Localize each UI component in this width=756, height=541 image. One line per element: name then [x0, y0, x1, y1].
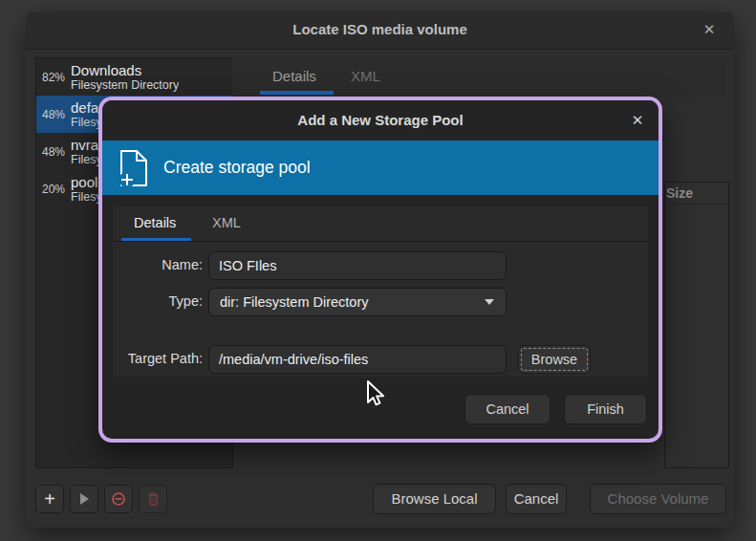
active-tab-underline: [121, 238, 191, 241]
tab-xml[interactable]: XML: [351, 68, 380, 84]
mouse-cursor: [364, 380, 387, 409]
target-path-label: Target Path:: [113, 351, 203, 366]
stop-icon: [111, 491, 126, 507]
type-label: Type:: [113, 293, 203, 309]
pool-list-item[interactable]: 82% Downloads Filesystem Directory: [36, 58, 232, 96]
plus-icon: +: [44, 487, 55, 511]
cancel-button[interactable]: Cancel: [506, 484, 567, 514]
browse-button[interactable]: Browse: [518, 345, 591, 374]
pool-detail-tabs: Details XML: [232, 57, 725, 98]
tab-xml[interactable]: XML: [212, 215, 241, 230]
tab-details[interactable]: Details: [272, 68, 316, 84]
choose-volume-button: Choose Volume: [590, 484, 726, 514]
pool-type: Filesy: [71, 190, 102, 205]
chevron-down-icon: [485, 299, 494, 305]
pool-name: pool: [71, 174, 102, 190]
trash-icon: [146, 491, 161, 507]
dialog-finish-button[interactable]: Finish: [564, 394, 647, 424]
type-dropdown-value: dir: Filesystem Directory: [220, 294, 485, 310]
pool-type: Filesy: [71, 116, 102, 130]
tab-details[interactable]: Details: [134, 215, 176, 230]
name-label: Name:: [113, 257, 203, 272]
browse-local-button[interactable]: Browse Local: [373, 484, 496, 514]
volume-column-size[interactable]: Size: [665, 183, 728, 205]
pool-usage-percent: 48%: [36, 145, 71, 159]
window-title: Locate ISO media volume: [26, 21, 734, 37]
pool-usage-percent: 48%: [36, 108, 71, 121]
close-icon[interactable]: ✕: [628, 111, 647, 130]
dialog-banner: Create storage pool: [102, 141, 659, 195]
banner-label: Create storage pool: [163, 158, 311, 178]
pool-usage-percent: 82%: [36, 71, 71, 84]
type-dropdown[interactable]: dir: Filesystem Directory: [208, 288, 507, 316]
pool-name: nvra: [71, 137, 102, 153]
dialog-notebook: Details XML Name: Type: dir: Filesystem …: [113, 206, 648, 377]
volume-list-panel: Size: [664, 182, 729, 468]
delete-pool-button[interactable]: [139, 485, 167, 513]
dialog-cancel-button[interactable]: Cancel: [464, 394, 551, 424]
pool-name: defa: [71, 99, 102, 116]
dialog-title: Add a New Storage Pool: [102, 112, 659, 128]
target-path-input[interactable]: [208, 345, 507, 374]
add-pool-button[interactable]: +: [35, 485, 64, 513]
pool-usage-percent: 20%: [36, 183, 71, 196]
new-document-icon: [118, 148, 150, 188]
dialog-tabbar: Details XML: [113, 206, 648, 242]
pool-name: Downloads: [71, 62, 179, 78]
pool-type: Filesystem Directory: [71, 78, 179, 93]
active-tab-underline: [260, 91, 334, 95]
pool-type: Filesy: [71, 153, 102, 167]
stop-pool-button[interactable]: [104, 485, 133, 513]
start-pool-button[interactable]: [70, 485, 98, 513]
name-input[interactable]: [208, 251, 507, 280]
dialog-titlebar[interactable]: Add a New Storage Pool ✕: [102, 100, 659, 141]
desktop: Locate ISO media volume ✕ 82% Downloads …: [0, 0, 756, 541]
play-icon: [77, 492, 91, 506]
window-titlebar[interactable]: Locate ISO media volume ✕: [26, 11, 734, 50]
close-icon[interactable]: ✕: [700, 20, 719, 39]
